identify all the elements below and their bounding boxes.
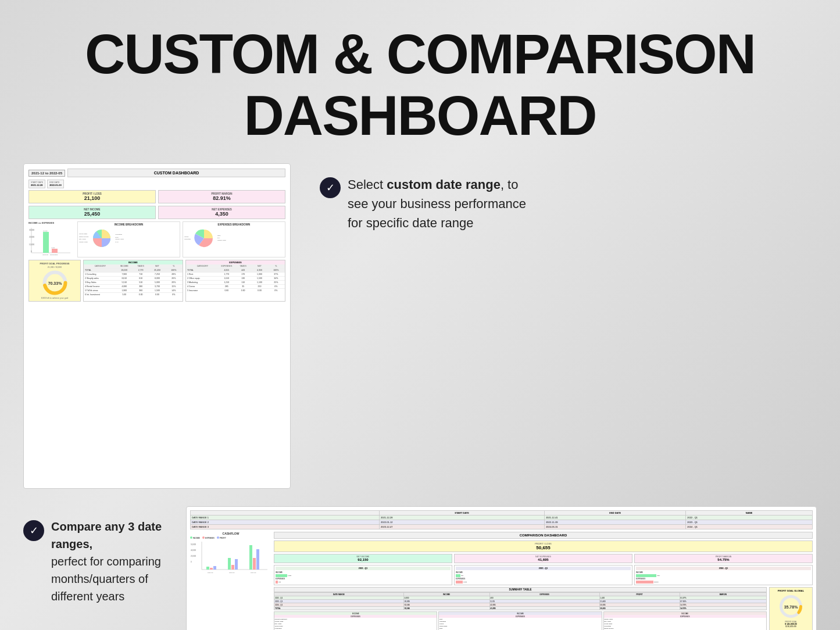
comp-net-expenses: NET EXPENSES 41,695 bbox=[454, 554, 632, 563]
right-features-text: ✓ Select custom date range, to see your … bbox=[308, 163, 817, 250]
svg-rect-6 bbox=[43, 232, 49, 253]
period-1-col: 2022 - Q1 INCOME 4,600 EXPENSES 450 bbox=[274, 565, 452, 585]
net-expenses-box: NET EXPENSES 4,350 bbox=[158, 206, 285, 219]
check-icon-1: ✓ bbox=[320, 177, 341, 198]
date-range-label: 2021-12 to 2022-05 bbox=[28, 170, 65, 177]
check-icon-2: ✓ bbox=[23, 520, 44, 541]
svg-text:30,000: 30,000 bbox=[29, 229, 35, 231]
svg-text:2022-Q1: 2022-Q1 bbox=[208, 572, 213, 574]
svg-rect-22 bbox=[206, 567, 209, 570]
bottom-row: ✓ Compare any 3 date ranges, perfect for… bbox=[0, 506, 840, 630]
comp-profit-margin: PROFIT MARGIN 54.75% bbox=[634, 554, 813, 563]
start-date-val: 2021-12-28 bbox=[31, 184, 43, 187]
custom-dashboard-mockup: 2021-12 to 2022-05 CUSTOM DASHBOARD STAR… bbox=[23, 163, 291, 489]
main-title: CUSTOM & COMPARISON DASHBOARD bbox=[12, 23, 828, 146]
svg-rect-25 bbox=[228, 558, 231, 570]
svg-text:40,000: 40,000 bbox=[191, 549, 196, 552]
feature-1-text: Select custom date range, to see your bu… bbox=[348, 175, 526, 232]
expense-table: EXPENSES CATEGORY EXPENSES TAXES NET % T… bbox=[185, 260, 285, 302]
svg-text:INCOME: INCOME bbox=[42, 254, 48, 256]
summary-table-area: SUMMARY TABLE DATE RANGE INCOME EXPENSES… bbox=[274, 587, 767, 630]
svg-text:20,000: 20,000 bbox=[29, 236, 35, 238]
svg-text:0: 0 bbox=[191, 561, 192, 563]
expenses-breakdown-chart: EXPENSES BREAKDOWN Canva Marketing Rent bbox=[183, 221, 285, 257]
income-vs-expenses-chart: INCOME vs EXPENSES 30,000 20,000 10,000 … bbox=[28, 221, 75, 257]
cashflow-area: CASHFLOW INCOME EXPENSES PROFIT 50,000 4… bbox=[190, 532, 271, 630]
svg-text:50,000: 50,000 bbox=[191, 543, 196, 546]
period-3-col: 2024 - Q1 INCOME 40k+ EXPENSES 38,549 bbox=[634, 565, 813, 585]
comp-net-income: NET INCOME 92,150 bbox=[274, 554, 452, 563]
svg-rect-23 bbox=[210, 568, 213, 570]
comp-right-metrics: COMPARISON DASHBOARD PROFIT / LOSS 50,65… bbox=[274, 532, 813, 630]
svg-text:70.33%: 70.33% bbox=[48, 281, 62, 285]
net-income-box: NET INCOME 25,450 bbox=[28, 206, 156, 219]
svg-text:10,000: 10,000 bbox=[29, 244, 35, 246]
feature-2-text: Compare any 3 date ranges, perfect for c… bbox=[51, 518, 174, 605]
profit-goal-box: PROFIT GOAL PROGRESS 21,000 / 30,000 70.… bbox=[28, 260, 81, 302]
svg-text:25,450: 25,450 bbox=[43, 230, 48, 232]
period-2-col: 2023 - Q1 INCOME 961 EXPENSES 3,090 bbox=[454, 565, 632, 585]
svg-text:2024-Q1: 2024-Q1 bbox=[251, 572, 256, 574]
comparison-table-section: START DATE END DATE NAME DATE RANGE 1 20… bbox=[190, 510, 813, 529]
income-table: INCOME CATEGORY INCOME TAXES NET % TOTAL… bbox=[83, 260, 183, 302]
svg-rect-29 bbox=[253, 558, 256, 570]
svg-rect-7 bbox=[52, 249, 58, 253]
feature-2: ✓ Compare any 3 date ranges, perfect for… bbox=[23, 518, 174, 605]
svg-rect-28 bbox=[249, 545, 252, 570]
content-area: 2021-12 to 2022-05 CUSTOM DASHBOARD STAR… bbox=[0, 163, 840, 506]
end-date-val: 2022-05-00 bbox=[49, 184, 61, 187]
svg-text:2023-Q1: 2023-Q1 bbox=[229, 572, 235, 574]
comp-profit-goal: PROFIT GOAL GLOBAL 35.78% PROFIT GOAL $ … bbox=[769, 587, 813, 630]
profit-margin-box: PROFIT MARGIN 82.91% bbox=[158, 190, 285, 203]
svg-text:20,000: 20,000 bbox=[191, 555, 196, 557]
page-title-area: CUSTOM & COMPARISON DASHBOARD bbox=[0, 0, 840, 163]
profit-loss-box: PROFIT / LOSS 21,100 bbox=[28, 190, 156, 203]
feature-2-area: ✓ Compare any 3 date ranges, perfect for… bbox=[23, 506, 174, 622]
svg-rect-24 bbox=[213, 566, 216, 570]
feature-1: ✓ Select custom date range, to see your … bbox=[320, 175, 817, 232]
svg-rect-26 bbox=[231, 565, 234, 570]
svg-text:35.78%: 35.78% bbox=[784, 605, 799, 609]
svg-rect-27 bbox=[235, 559, 238, 570]
svg-text:4,350: 4,350 bbox=[51, 247, 55, 249]
income-breakdown-chart: INCOME BREAKDOWN TikTok views Rental Inc… bbox=[77, 221, 180, 257]
svg-text:0: 0 bbox=[31, 250, 32, 253]
svg-rect-30 bbox=[256, 549, 259, 570]
comparison-dashboard-mockup: START DATE END DATE NAME DATE RANGE 1 20… bbox=[186, 506, 817, 630]
comp-main-area: CASHFLOW INCOME EXPENSES PROFIT 50,000 4… bbox=[190, 532, 813, 630]
custom-dashboard-title: CUSTOM DASHBOARD bbox=[67, 169, 285, 177]
svg-text:EXPENSES: EXPENSES bbox=[50, 254, 58, 256]
